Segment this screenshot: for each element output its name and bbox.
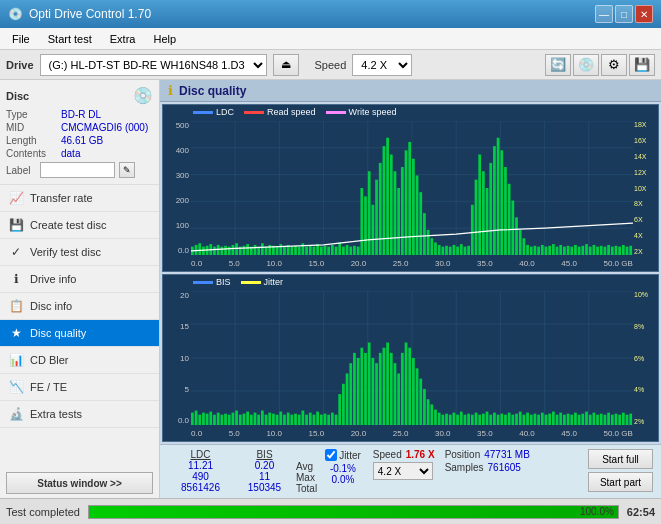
menu-file[interactable]: File	[4, 31, 38, 47]
svg-rect-230	[578, 415, 581, 425]
svg-rect-201	[471, 415, 474, 425]
chart1-y-axis-right: 18X 16X 14X 12X 10X 8X 6X 4X 2X	[633, 121, 658, 255]
refresh-button[interactable]: 🔄	[545, 54, 571, 76]
svg-rect-80	[430, 238, 433, 255]
speed-select[interactable]: 4.2 X	[352, 54, 412, 76]
eject-button[interactable]: ⏏	[273, 54, 299, 76]
svg-rect-266	[327, 415, 330, 425]
ldc-header: LDC	[168, 449, 233, 460]
disc-button[interactable]: 💿	[573, 54, 599, 76]
menu-help[interactable]: Help	[145, 31, 184, 47]
svg-rect-121	[581, 246, 584, 255]
svg-rect-40	[283, 247, 286, 255]
menu-starttest[interactable]: Start test	[40, 31, 100, 47]
svg-rect-62	[364, 196, 367, 255]
svg-rect-60	[357, 247, 360, 255]
sidebar-item-create-test-disc[interactable]: 💾 Create test disc	[0, 212, 159, 239]
jitter-checkbox[interactable]	[325, 449, 337, 461]
x-label-10: 10.0	[266, 259, 282, 268]
svg-rect-56	[342, 247, 345, 255]
speed-dropdown[interactable]: 4.2 X	[373, 462, 433, 480]
legend-ldc: LDC	[193, 107, 234, 117]
svg-rect-206	[489, 415, 492, 425]
svg-rect-216	[526, 413, 529, 425]
status-window-button[interactable]: Status window >>	[6, 472, 153, 494]
svg-rect-21	[213, 247, 216, 255]
svg-rect-58	[349, 247, 352, 255]
svg-rect-149	[191, 413, 194, 425]
sidebar-item-disc-quality[interactable]: ★ Disc quality	[0, 320, 159, 347]
y-label-300: 300	[163, 171, 191, 180]
label-input[interactable]	[40, 162, 115, 178]
svg-rect-120	[578, 247, 581, 255]
sidebar-item-verify-test-disc[interactable]: ✓ Verify test disc	[0, 239, 159, 266]
start-part-button[interactable]: Start part	[588, 472, 653, 492]
sidebar-item-drive-info[interactable]: ℹ Drive info	[0, 266, 159, 293]
sidebar-item-fe-te[interactable]: 📉 FE / TE	[0, 374, 159, 401]
start-full-button[interactable]: Start full	[588, 449, 653, 469]
sidebar-item-cd-bler[interactable]: 📊 CD Bler	[0, 347, 159, 374]
disc-section-title: Disc	[6, 90, 29, 102]
maximize-button[interactable]: □	[615, 5, 633, 23]
svg-rect-219	[537, 415, 540, 425]
save-button[interactable]: 💾	[629, 54, 655, 76]
legend-write-speed: Write speed	[326, 107, 397, 117]
type-label: Type	[6, 109, 61, 120]
svg-rect-162	[239, 415, 242, 425]
svg-rect-70	[394, 171, 397, 255]
svg-rect-76	[416, 175, 419, 255]
svg-rect-65	[375, 180, 378, 255]
svg-rect-68	[386, 138, 389, 255]
svg-rect-77	[419, 192, 422, 255]
x-label-45: 45.0	[561, 259, 577, 268]
svg-rect-199	[464, 415, 467, 425]
label-edit-button[interactable]: ✎	[119, 162, 135, 178]
sidebar-item-extra-tests[interactable]: 🔬 Extra tests	[0, 401, 159, 428]
svg-rect-108	[534, 246, 537, 255]
x-label-5: 5.0	[229, 259, 240, 268]
nav-label-verify-test-disc: Verify test disc	[30, 246, 101, 258]
minimize-button[interactable]: —	[595, 5, 613, 23]
svg-rect-132	[622, 245, 625, 255]
y-label-500: 500	[163, 121, 191, 130]
menu-extra[interactable]: Extra	[102, 31, 144, 47]
y-right-6x: 6X	[633, 216, 658, 223]
chart2-svg	[191, 291, 633, 425]
mid-value: CMCMAGDI6 (000)	[61, 122, 148, 133]
disc-icon: 💿	[133, 86, 153, 105]
svg-rect-180	[394, 363, 397, 425]
svg-rect-161	[235, 411, 238, 425]
svg-rect-249	[265, 415, 268, 425]
svg-rect-213	[515, 414, 518, 425]
x-label-35: 35.0	[477, 259, 493, 268]
nav-label-extra-tests: Extra tests	[30, 408, 82, 420]
settings-button[interactable]: ⚙	[601, 54, 627, 76]
chart2-y-axis-right: 10% 8% 6% 4% 2%	[633, 291, 658, 425]
svg-rect-50	[320, 247, 323, 255]
svg-rect-260	[305, 415, 308, 425]
sidebar-item-transfer-rate[interactable]: 📈 Transfer rate	[0, 185, 159, 212]
y-label-400: 400	[163, 146, 191, 155]
disc-label-row: Label ✎	[6, 162, 153, 178]
svg-rect-51	[324, 246, 327, 255]
close-button[interactable]: ✕	[635, 5, 653, 23]
drive-select[interactable]: (G:) HL-DT-ST BD-RE WH16NS48 1.D3	[40, 54, 267, 76]
svg-rect-178	[386, 343, 389, 425]
toolbar-buttons: 🔄 💿 ⚙ 💾	[545, 54, 655, 76]
svg-rect-259	[302, 411, 305, 425]
svg-rect-93	[478, 155, 481, 256]
bis-chart: BIS Jitter	[162, 274, 659, 442]
main-content: Disc 💿 Type BD-R DL MID CMCMAGDI6 (000) …	[0, 80, 661, 498]
contents-label: Contents	[6, 148, 61, 159]
sidebar-item-disc-info[interactable]: 📋 Disc info	[0, 293, 159, 320]
svg-rect-92	[475, 180, 478, 255]
svg-rect-63	[368, 171, 371, 255]
max-ldc: 490	[168, 471, 233, 482]
svg-rect-99	[500, 150, 503, 255]
verify-test-disc-icon: ✓	[8, 244, 24, 260]
svg-rect-192	[438, 413, 441, 425]
svg-rect-45	[302, 243, 305, 255]
status-text: Test completed	[6, 506, 80, 518]
svg-rect-150	[195, 411, 198, 425]
legend-bis: BIS	[193, 277, 231, 287]
